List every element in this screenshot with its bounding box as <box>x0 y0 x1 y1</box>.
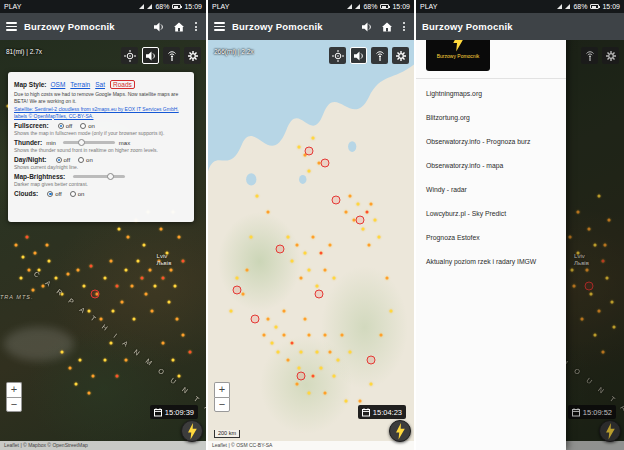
app-title: Burzowy Pomocnik <box>422 21 618 32</box>
app-title: Burzowy Pomocnik <box>24 21 145 32</box>
map-control-bar <box>329 47 409 64</box>
style-terrain-link[interactable]: Terrain <box>70 81 90 88</box>
status-bar: PLAY 68% 15:09 <box>416 0 624 13</box>
signal-icon <box>557 4 562 9</box>
locate-button[interactable] <box>121 47 138 64</box>
status-time: 15:09 <box>392 3 410 10</box>
calendar-icon <box>362 408 370 417</box>
style-sat-link[interactable]: Sat <box>95 81 105 88</box>
zoom-in-button[interactable]: + <box>214 382 230 397</box>
status-time: 15:09 <box>602 3 620 10</box>
map-label-lviv: Lviv Львів <box>157 253 172 267</box>
gear-button[interactable] <box>184 47 201 64</box>
antenna-button[interactable] <box>371 47 388 64</box>
map-attribution[interactable]: Leaflet | © Mapbox © OpenStreetMap <box>0 441 206 450</box>
clouds-label: Clouds: <box>14 190 38 197</box>
thunder-slider[interactable] <box>63 141 115 144</box>
sound-toggle-button[interactable] <box>142 47 159 64</box>
settings-note: Due to high costs we had to remove Googl… <box>14 91 188 104</box>
status-bar: PLAY 68% 15:09 <box>208 0 414 13</box>
brightness-slider[interactable] <box>73 175 125 178</box>
app-bar: Burzowy Pomocnik <box>0 13 206 40</box>
menu-icon[interactable] <box>6 22 17 31</box>
recent-strike-ring <box>321 159 330 168</box>
app-bar: Burzowy Pomocnik <box>416 13 624 40</box>
zoom-out-button[interactable]: − <box>6 397 22 412</box>
daynight-desc: Shows current day/night line. <box>14 164 188 170</box>
daynight-off-radio[interactable] <box>56 157 62 163</box>
brightness-label: Map-Brightness: <box>14 173 65 180</box>
overflow-menu-icon[interactable] <box>192 20 200 33</box>
daynight-on-radio[interactable] <box>78 157 84 163</box>
fullscreen-desc: Shows the map in fullscreen mode (only i… <box>14 130 188 136</box>
menu-icon[interactable] <box>214 22 225 31</box>
overflow-menu-icon[interactable] <box>400 20 408 33</box>
zoom-in-button[interactable]: + <box>6 382 22 397</box>
home-icon[interactable] <box>172 20 185 33</box>
drawer-menu-item[interactable]: Lowcyburz.pl - Sky Predict <box>416 201 566 225</box>
lightning-bolt-icon <box>395 423 406 440</box>
drawer-menu-item[interactable]: Obserwatorzy.info - mapa <box>416 153 566 177</box>
thunder-desc: Shows the thunder sound front in realtim… <box>14 147 188 153</box>
recent-strike-layer <box>208 40 414 450</box>
thunder-min-option: min <box>46 140 56 146</box>
daynight-on-option: on <box>86 157 93 163</box>
data-timestamp: 15:04:23 <box>373 408 402 417</box>
zoom-readout: 266(mi) | 2.2x <box>214 48 254 55</box>
drawer-menu: Lightningmaps.orgBlitzortung.orgObserwat… <box>416 81 566 273</box>
signal-icon <box>565 4 570 9</box>
signal-icon <box>139 4 144 9</box>
map-attribution[interactable]: Leaflet | © OSM CC-BY-SA <box>208 441 414 450</box>
clouds-on-option: on <box>78 191 85 197</box>
lightning-bolt-icon <box>187 423 198 440</box>
data-timestamp-badge: 15:04:23 <box>358 405 406 419</box>
gear-button[interactable] <box>392 47 409 64</box>
sound-toggle-button[interactable] <box>350 47 367 64</box>
fullscreen-off-radio[interactable] <box>58 123 64 129</box>
map-control-bar <box>121 47 201 64</box>
app-bar: Burzowy Pomocnik <box>208 13 414 40</box>
speaker-icon[interactable] <box>360 20 373 33</box>
osm-map[interactable]: 266(mi) | 2.2x + − 200 km <box>208 40 414 450</box>
zoom-out-button[interactable]: − <box>214 397 230 412</box>
drawer-menu-item[interactable]: Aktualny poziom rzek i radary IMGW <box>416 249 566 273</box>
settings-credit-link[interactable]: Satellite: Sentinel-2 cloudless from s2m… <box>14 106 188 119</box>
recent-strike-ring <box>304 146 313 155</box>
antenna-button[interactable] <box>163 47 180 64</box>
clouds-off-radio[interactable] <box>47 191 53 197</box>
app-logo-title: Burzowy Pomocnik <box>429 54 487 60</box>
locate-button[interactable] <box>329 47 346 64</box>
scale-bar: 200 km <box>214 430 240 438</box>
signal-icon <box>147 4 152 9</box>
drawer-menu-item[interactable]: Lightningmaps.org <box>416 81 566 105</box>
drawer-menu-item[interactable]: Windy - radar <box>416 177 566 201</box>
battery-icon <box>172 4 181 9</box>
clouds-on-radio[interactable] <box>70 191 76 197</box>
satellite-map[interactable]: Warsaw Warszawa TRA MTS. C A R P A T H I… <box>0 40 206 450</box>
thunder-max-option: max <box>119 140 130 146</box>
recent-strike-ring <box>276 245 285 254</box>
brightness-desc: Darker map gives better contrast. <box>14 181 188 187</box>
zoom-control: + − <box>214 382 230 412</box>
recent-strike-ring <box>315 290 324 299</box>
zoom-readout: 81(mi) | 2.7x <box>6 48 42 55</box>
battery-percent: 68% <box>155 3 169 10</box>
drawer-menu-item[interactable]: Prognoza Estofex <box>416 225 566 249</box>
drawer-divider <box>416 78 566 79</box>
recent-strike-ring <box>232 286 241 295</box>
style-roads-link[interactable]: Roads <box>110 80 135 89</box>
fullscreen-on-radio[interactable] <box>80 123 86 129</box>
lightning-alert-button[interactable] <box>181 420 203 442</box>
fullscreen-label: Fullscreen: <box>14 122 49 129</box>
battery-percent: 68% <box>573 3 587 10</box>
drawer-menu-item[interactable]: Blitzortung.org <box>416 105 566 129</box>
drawer-menu-item[interactable]: Obserwatorzy.info - Prognoza burz <box>416 129 566 153</box>
status-bar: PLAY 68% 15:09 <box>0 0 206 13</box>
zoom-control: + − <box>6 382 22 412</box>
home-icon[interactable] <box>380 20 393 33</box>
speaker-icon[interactable] <box>152 20 165 33</box>
lightning-alert-button[interactable] <box>389 420 411 442</box>
style-osm-link[interactable]: OSM <box>51 81 66 88</box>
fullscreen-off-option: off <box>66 123 73 129</box>
map-label-tatra: TRA MTS. <box>0 294 33 300</box>
